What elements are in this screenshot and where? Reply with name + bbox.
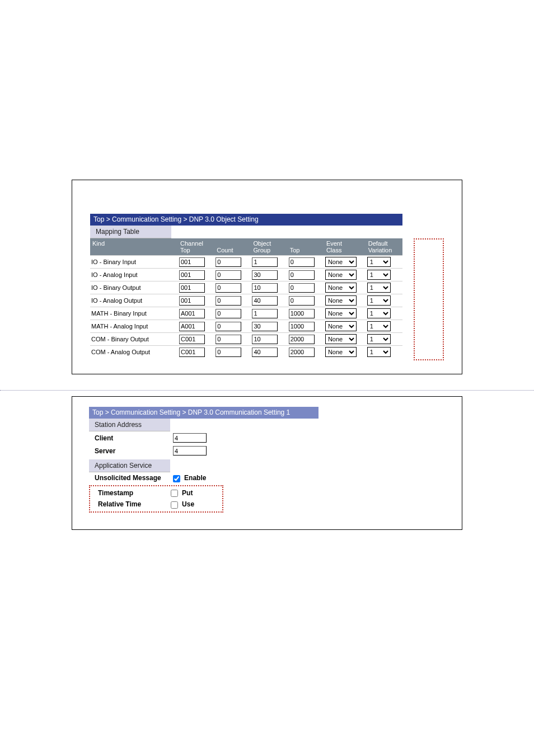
channel-top-input[interactable] [179, 283, 205, 293]
kind-cell: MATH - Analog Input [90, 320, 178, 333]
event-class-select[interactable]: NoneClass1Class2Class3 [325, 257, 357, 267]
object-top-input[interactable] [289, 348, 315, 357]
col-object-top: Top [288, 247, 324, 256]
object-top-input[interactable] [289, 309, 315, 318]
channel-count-input[interactable] [216, 257, 241, 267]
mapping-table: Kind Channel Object EventClass DefaultVa… [90, 238, 402, 358]
object-top-input[interactable] [289, 322, 315, 331]
col-object: Object [251, 238, 324, 247]
table-row: MATH - Analog InputNoneClass1Class2Class… [90, 320, 402, 333]
variation-highlight [414, 238, 444, 360]
channel-top-input[interactable] [179, 335, 205, 344]
server-label: Server [89, 447, 173, 455]
unsolicited-enable-wrap[interactable]: Enable [173, 474, 206, 482]
channel-count-input[interactable] [216, 309, 241, 318]
table-row: IO - Binary OutputNoneClass1Class2Class3… [90, 281, 402, 294]
default-variation-select[interactable]: 1234 [367, 347, 391, 357]
event-class-select[interactable]: NoneClass1Class2Class3 [325, 270, 357, 280]
channel-count-input[interactable] [216, 296, 241, 306]
object-top-input[interactable] [289, 270, 315, 280]
section-station-address: Station Address [89, 419, 170, 431]
timestamp-reltime-highlight: Timestamp Put Relative Time Use [89, 485, 223, 513]
channel-count-input[interactable] [216, 270, 241, 280]
col-default-variation: DefaultVariation [366, 238, 402, 256]
kind-cell: IO - Binary Input [90, 256, 178, 269]
channel-count-input[interactable] [216, 322, 241, 331]
kind-cell: MATH - Binary Input [90, 307, 178, 320]
col-channel-top: Top [178, 247, 214, 256]
channel-count-input[interactable] [216, 348, 241, 357]
table-row: IO - Binary InputNoneClass1Class2Class31… [90, 256, 402, 269]
timestamp-checkbox[interactable] [171, 490, 178, 497]
kind-cell: COM - Analog Output [90, 346, 178, 359]
timestamp-label: Timestamp [92, 489, 171, 497]
kind-cell: IO - Analog Input [90, 269, 178, 281]
channel-top-input[interactable] [179, 270, 205, 280]
col-channel-count: Count [214, 247, 251, 256]
default-variation-select[interactable]: 1234 [367, 283, 391, 293]
dnp-object-setting-panel: Top > Communication Setting > DNP 3.0 Ob… [72, 180, 462, 374]
col-event-class: EventClass [324, 238, 366, 256]
timestamp-chk-label: Put [182, 489, 193, 497]
server-input[interactable] [173, 446, 207, 456]
object-top-input[interactable] [289, 296, 315, 306]
dnp-comm-setting-panel: Top > Communication Setting > DNP 3.0 Co… [72, 396, 462, 530]
client-label: Client [89, 434, 173, 442]
client-input[interactable] [173, 433, 207, 443]
timestamp-put-wrap[interactable]: Put [171, 489, 193, 497]
channel-count-input[interactable] [216, 335, 241, 344]
section-app-service: Application Service [89, 459, 170, 472]
object-group-input[interactable] [252, 283, 278, 293]
event-class-select[interactable]: NoneClass1Class2Class3 [325, 295, 357, 306]
event-class-select[interactable]: NoneClass1Class2Class3 [325, 334, 357, 344]
col-kind: Kind [90, 238, 178, 256]
object-group-input[interactable] [252, 270, 278, 280]
object-top-input[interactable] [289, 283, 315, 293]
reltime-use-wrap[interactable]: Use [171, 500, 194, 509]
table-row: COM - Analog OutputNoneClass1Class2Class… [90, 346, 402, 359]
event-class-select[interactable]: NoneClass1Class2Class3 [325, 347, 357, 357]
channel-top-input[interactable] [179, 309, 205, 318]
object-top-input[interactable] [289, 257, 315, 267]
default-variation-select[interactable]: 1234 [367, 270, 391, 280]
table-row: IO - Analog OutputNoneClass1Class2Class3… [90, 294, 402, 307]
col-channel: Channel [178, 238, 251, 247]
panel-divider [0, 390, 534, 391]
object-group-input[interactable] [252, 335, 278, 344]
table-row: COM - Binary OutputNoneClass1Class2Class… [90, 333, 402, 346]
table-row: IO - Analog InputNoneClass1Class2Class31… [90, 269, 402, 281]
tab-mapping-table[interactable]: Mapping Table [90, 226, 171, 238]
channel-top-input[interactable] [179, 322, 205, 331]
breadcrumb: Top > Communication Setting > DNP 3.0 Co… [89, 407, 318, 419]
unsolicited-label: Unsolicited Message [89, 474, 173, 482]
default-variation-select[interactable]: 1234 [367, 257, 391, 267]
event-class-select[interactable]: NoneClass1Class2Class3 [325, 308, 357, 318]
object-group-input[interactable] [252, 309, 278, 318]
default-variation-select[interactable]: 1234 [367, 308, 391, 318]
event-class-select[interactable]: NoneClass1Class2Class3 [325, 321, 357, 331]
reltime-chk-label: Use [182, 500, 194, 508]
unsolicited-checkbox[interactable] [173, 475, 180, 482]
channel-count-input[interactable] [216, 283, 241, 293]
object-group-input[interactable] [252, 322, 278, 331]
kind-cell: IO - Analog Output [90, 294, 178, 307]
channel-top-input[interactable] [179, 296, 205, 306]
object-group-input[interactable] [252, 257, 278, 267]
default-variation-select[interactable]: 1234 [367, 295, 391, 306]
object-top-input[interactable] [289, 335, 315, 344]
object-group-input[interactable] [252, 296, 278, 306]
channel-top-input[interactable] [179, 257, 205, 267]
kind-cell: IO - Binary Output [90, 281, 178, 294]
default-variation-select[interactable]: 1234 [367, 334, 391, 344]
col-object-group: Group [251, 247, 287, 256]
event-class-select[interactable]: NoneClass1Class2Class3 [325, 283, 357, 293]
reltime-label: Relative Time [92, 500, 171, 508]
breadcrumb: Top > Communication Setting > DNP 3.0 Ob… [90, 214, 402, 226]
channel-top-input[interactable] [179, 348, 205, 357]
unsolicited-chk-label: Enable [184, 474, 206, 482]
kind-cell: COM - Binary Output [90, 333, 178, 346]
table-row: MATH - Binary InputNoneClass1Class2Class… [90, 307, 402, 320]
reltime-checkbox[interactable] [171, 501, 178, 509]
object-group-input[interactable] [252, 348, 278, 357]
default-variation-select[interactable]: 1234 [367, 321, 391, 331]
